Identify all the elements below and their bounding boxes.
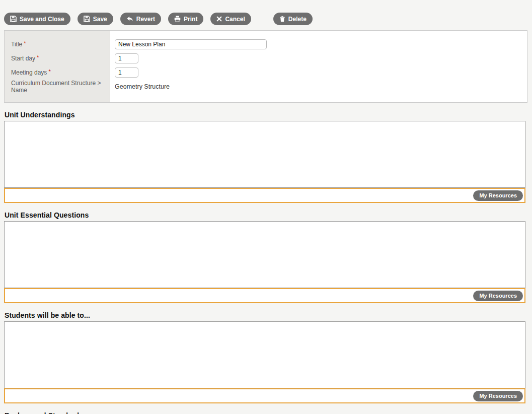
- save-and-close-button[interactable]: Save and Close: [4, 13, 70, 25]
- section-title: Background Standards: [5, 411, 525, 414]
- section-title: Unit Essential Questions: [5, 211, 525, 219]
- revert-button[interactable]: Revert: [120, 13, 161, 25]
- form-field-label: Meeting days*: [5, 65, 110, 80]
- form-field-label: Curriculum Document Structure > Name: [5, 80, 110, 94]
- section-title: Students will be able to...: [5, 311, 525, 319]
- start-day-input[interactable]: [115, 53, 138, 63]
- save-button[interactable]: Save: [78, 13, 113, 25]
- title-value-cell: [110, 37, 527, 51]
- form-field-label: Title*: [5, 37, 110, 51]
- my-resources-button[interactable]: My Resources: [473, 291, 523, 301]
- title-input[interactable]: [115, 39, 267, 49]
- my-resources-button[interactable]: My Resources: [473, 391, 523, 401]
- save-icon: [84, 16, 90, 22]
- trash-icon: [279, 16, 285, 22]
- students-will-be-able-to-editor[interactable]: [4, 321, 525, 388]
- meeting-days-value-cell: [110, 65, 527, 80]
- delete-button[interactable]: Delete: [273, 13, 313, 25]
- toolbar: Save and Close Save Revert Print Cancel …: [0, 0, 532, 30]
- printer-icon: [174, 16, 181, 22]
- section-students-will-be-able-to: Students will be able to... My Resources: [4, 311, 525, 403]
- resource-bar: My Resources: [4, 288, 525, 303]
- my-resources-button[interactable]: My Resources: [473, 190, 523, 201]
- print-button[interactable]: Print: [168, 13, 203, 25]
- resource-bar: My Resources: [4, 188, 525, 203]
- unit-essential-questions-editor[interactable]: [4, 221, 525, 288]
- meeting-days-input[interactable]: [115, 67, 138, 78]
- x-icon: [216, 16, 222, 22]
- unit-understandings-editor[interactable]: [4, 121, 525, 188]
- save-icon: [10, 16, 17, 22]
- section-unit-understandings: Unit Understandings My Resources: [4, 111, 525, 203]
- cancel-button[interactable]: Cancel: [210, 13, 251, 25]
- curriculum-document-structure-name-text: Geometry Structure: [115, 83, 170, 90]
- lesson-plan-header-form: Title* Start day* Meeting days* Curricul…: [4, 30, 527, 103]
- section-unit-essential-questions: Unit Essential Questions My Resources: [4, 211, 525, 303]
- form-field-label: Start day*: [5, 51, 110, 65]
- resource-bar: My Resources: [4, 388, 525, 403]
- section-title: Unit Understandings: [5, 111, 525, 119]
- editor-sections: Unit Understandings My Resources Unit Es…: [0, 111, 532, 414]
- undo-icon: [126, 16, 133, 22]
- section-background-standards: Background Standards My Resources: [4, 411, 525, 414]
- curriculum-document-structure-name-value-cell: Geometry Structure: [110, 80, 527, 94]
- start-day-value-cell: [110, 51, 527, 65]
